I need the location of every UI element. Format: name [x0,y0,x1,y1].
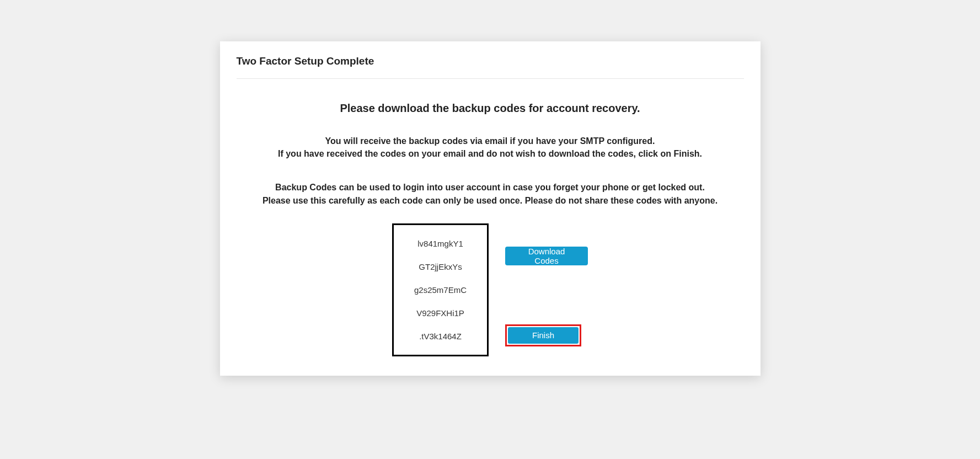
info-line-2: If you have received the codes on your e… [237,147,744,160]
finish-button[interactable]: Finish [508,327,579,344]
backup-code: V929FXHi1P [399,308,481,318]
info-line-3: Backup Codes can be used to login into u… [237,181,744,194]
codes-area: lv841mgkY1 GT2jjEkxYs g2s25m7EmC V929FXH… [237,223,744,356]
finish-highlight: Finish [505,324,581,346]
instructions-block-1: You will receive the backup codes via em… [237,135,744,160]
instructions-block-2: Backup Codes can be used to login into u… [237,181,744,206]
backup-code: GT2jjEkxYs [399,262,481,271]
instructions-title: Please download the backup codes for acc… [237,102,744,115]
backup-code: g2s25m7EmC [399,285,481,295]
card-body: Please download the backup codes for acc… [237,79,744,356]
card-header: Two Factor Setup Complete [237,55,744,79]
buttons-column: Download Codes Finish [505,223,588,356]
info-line-1: You will receive the backup codes via em… [237,135,744,147]
backup-code: .tV3k1464Z [399,332,481,341]
card-title: Two Factor Setup Complete [237,55,744,67]
download-codes-button[interactable]: Download Codes [505,247,588,265]
backup-codes-box: lv841mgkY1 GT2jjEkxYs g2s25m7EmC V929FXH… [392,223,489,356]
info-line-4: Please use this carefully as each code c… [237,194,744,207]
backup-code: lv841mgkY1 [399,239,481,248]
setup-complete-card: Two Factor Setup Complete Please downloa… [220,41,761,376]
